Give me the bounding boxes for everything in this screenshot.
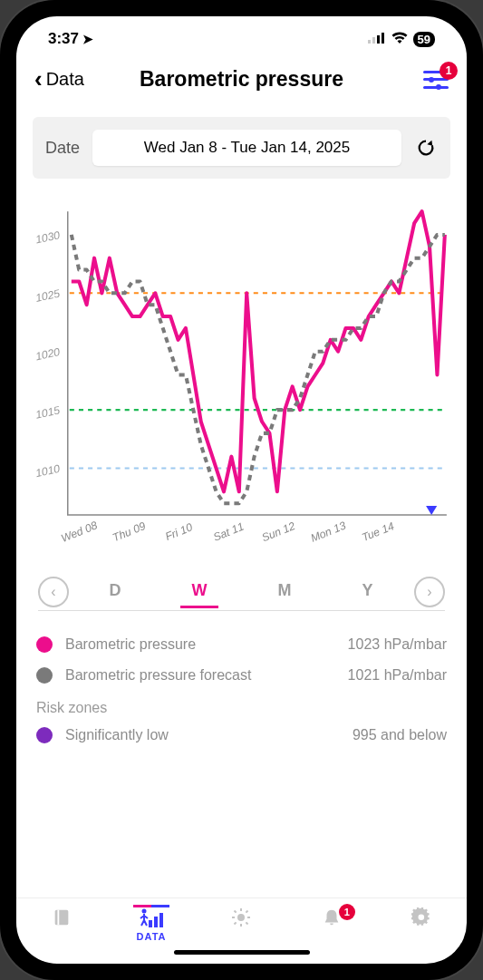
svg-text:1020: 1020 [34,345,62,363]
range-tab-year[interactable]: Y [351,576,384,608]
alerts-badge: 1 [339,904,355,920]
book-icon [52,906,72,929]
tab-accent [133,905,169,907]
status-time-area: 3:37 ➤ [48,30,93,48]
gear-icon [411,906,431,929]
svg-text:Sat 11: Sat 11 [211,520,246,544]
svg-rect-22 [154,917,158,927]
pressure-chart[interactable]: 10101015102010251030Wed 08Thu 09Fri 10Sa… [22,202,454,570]
range-selector: ‹ D W M Y › [16,574,467,610]
date-selector-row: Date Wed Jan 8 - Tue Jan 14, 2025 [33,117,450,179]
wifi-icon [391,30,408,48]
legend-value: 1021 hPa/mbar [348,667,447,684]
legend: Barometric pressure 1023 hPa/mbar Barome… [16,629,467,751]
clock-text: 3:37 [48,30,79,48]
tab-settings[interactable] [394,906,449,929]
svg-point-25 [237,914,245,921]
svg-text:Mon 13: Mon 13 [309,519,348,545]
location-icon: ➤ [82,32,93,46]
svg-rect-23 [159,913,163,927]
chart-person-icon [140,906,163,929]
legend-row-forecast: Barometric pressure forecast 1021 hPa/mb… [36,660,447,691]
svg-text:1030: 1030 [34,228,62,246]
date-label: Date [45,139,80,158]
range-tab-week[interactable]: W [180,576,218,608]
legend-value: 995 and below [353,727,447,743]
chevron-left-icon: ‹ [34,65,43,93]
svg-point-24 [142,909,147,914]
svg-rect-3 [382,33,384,44]
tab-label: DATA [137,931,167,942]
tab-data[interactable]: DATA [124,906,179,942]
svg-rect-0 [368,40,371,44]
cellular-icon [368,30,386,48]
legend-label: Significantly low [65,727,169,743]
back-button[interactable]: ‹ Data [34,65,84,93]
screen: 3:37 ➤ 59 ‹ Data Barometric pressure [16,16,467,964]
svg-rect-21 [149,920,152,927]
home-indicator[interactable] [174,950,310,955]
svg-text:Thu 09: Thu 09 [111,519,148,544]
tab-weather[interactable] [214,906,268,929]
range-tab-month[interactable]: M [266,576,303,608]
legend-row-siglow: Significantly low 995 and below [36,720,447,751]
range-tab-day[interactable]: D [98,576,132,608]
status-bar: 3:37 ➤ 59 [16,16,467,62]
divider [38,610,445,611]
sun-icon [230,906,252,929]
svg-text:1010: 1010 [34,462,62,480]
legend-dot [36,667,53,684]
svg-line-30 [235,911,237,913]
legend-value: 1023 hPa/mbar [348,636,447,653]
svg-rect-2 [377,35,380,44]
page-title: Barometric pressure [140,67,343,92]
legend-label: Barometric pressure forecast [65,667,251,684]
svg-line-33 [246,911,248,913]
status-indicators: 59 [368,30,435,48]
legend-label: Barometric pressure [65,636,196,653]
svg-rect-20 [57,910,59,926]
legend-section-header: Risk zones [36,691,447,720]
legend-dot [36,727,53,743]
back-label: Data [46,69,84,90]
legend-dot [36,636,53,653]
svg-rect-19 [54,910,68,926]
phone-frame: 3:37 ➤ 59 ‹ Data Barometric pressure [0,0,483,980]
chart-container: 10101015102010251030Wed 08Thu 09Fri 10Sa… [16,188,467,574]
legend-row-pressure: Barometric pressure 1023 hPa/mbar [36,629,447,660]
svg-text:1025: 1025 [34,287,62,305]
date-range-picker[interactable]: Wed Jan 8 - Tue Jan 14, 2025 [92,130,401,166]
app-header: ‹ Data Barometric pressure 1 [16,62,467,108]
svg-text:1015: 1015 [34,403,62,421]
svg-text:Fri 10: Fri 10 [163,520,194,543]
tab-alerts[interactable]: 1 [304,906,359,929]
svg-text:Sun 12: Sun 12 [260,519,297,545]
svg-text:Wed 08: Wed 08 [60,519,100,545]
refresh-button[interactable] [414,136,438,160]
filter-badge: 1 [440,62,458,80]
battery-indicator: 59 [413,32,435,47]
range-next-button[interactable]: › [414,577,445,607]
svg-line-31 [246,922,248,924]
filter-button[interactable]: 1 [423,71,449,89]
tab-journal[interactable] [34,906,89,929]
range-prev-button[interactable]: ‹ [38,577,69,607]
svg-text:Tue 14: Tue 14 [360,519,396,544]
svg-rect-1 [372,37,375,44]
svg-line-32 [235,922,237,924]
